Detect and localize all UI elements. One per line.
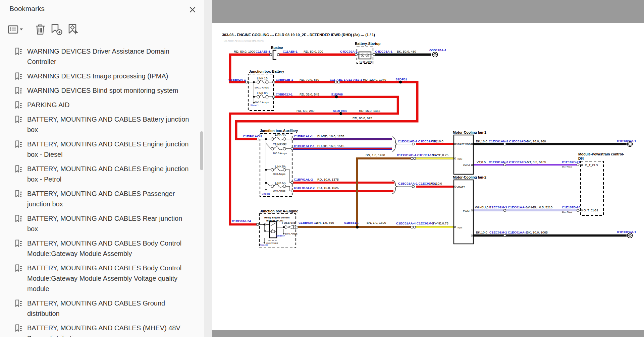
- bookmark-options-button[interactable]: [5, 23, 25, 36]
- diagram-label: 500.0 Amps: [255, 86, 269, 89]
- diagram-label: VT,0.5: [477, 160, 486, 164]
- pin-symbol: [471, 143, 473, 145]
- bookmark-item[interactable]: BATTERY, MOUNTING AND CABLES (MHEV) 48V …: [0, 321, 204, 337]
- close-panel-button[interactable]: [188, 5, 197, 15]
- connector-symbol: [291, 182, 293, 184]
- diagram-label: RD, 10.0, 1625: [317, 186, 339, 190]
- diagram-label: RD,16.0: [432, 139, 443, 143]
- diagram-label: Silver Plated: [562, 166, 572, 168]
- pin-symbol: [264, 230, 266, 232]
- diagram-label: IGN: [458, 226, 462, 229]
- diagram-label: C4DC02A-1: [340, 50, 358, 53]
- bookmark-item-label: WARNING DEVICES Image processing (IPMA): [27, 71, 192, 81]
- diagram-label: FUSE 6AE: [282, 221, 296, 224]
- connector-symbol: [504, 209, 506, 212]
- diagram-label: LINK 5A: [275, 181, 286, 185]
- pin-symbol: [454, 143, 456, 145]
- diagram-label: RD,10.0: [430, 182, 442, 185]
- connector-symbol: [504, 164, 506, 166]
- diagram-label: 80.0 Amps: [273, 189, 285, 192]
- bookmark-item[interactable]: BATTERY, MOUNTING AND CABLES Body Contro…: [0, 261, 204, 296]
- wire: [396, 144, 412, 187]
- bookmark-item-label: BATTERY, MOUNTING AND CABLES Passenger j…: [27, 189, 192, 209]
- diagram-label: G1D132AA-1: [617, 230, 636, 234]
- close-icon: [189, 6, 196, 13]
- connector-symbol: [504, 143, 506, 145]
- diagram-label: Motor-Cooling fan-2: [453, 175, 486, 179]
- diagram-label: C4DC03A-1: [375, 50, 392, 53]
- wiring-diagram: RD, 50.0, 1000C11AE5-1BusbarC11AE6-1RD, …: [212, 23, 644, 330]
- diagram-label: C1BF01AL2-2: [294, 186, 315, 190]
- pin-symbol: [471, 235, 473, 237]
- diagram-label: C1BB03A-24: [232, 219, 251, 223]
- diagram-label: IGN: [458, 157, 462, 160]
- pin-symbol: [454, 186, 456, 188]
- pdf-viewer: Bookmarks: [0, 0, 644, 337]
- diagram-label: C1EC01AN-3 C1EC01AB-3: [489, 160, 529, 164]
- connector-symbol: [273, 81, 275, 83]
- diagram-label: Sheet?: [260, 244, 268, 247]
- document-bottom-band: [212, 330, 644, 337]
- diagram-label: Silver Plated: [562, 211, 572, 213]
- bookmark-item-label: BATTERY, MOUNTING AND CABLES Engine junc…: [27, 164, 192, 185]
- ground-symbol: [630, 144, 631, 145]
- panel-scrollbar-thumb[interactable]: [200, 131, 203, 170]
- diagram-label: BN, 1.0, 1600: [367, 221, 386, 224]
- wire: [415, 158, 454, 227]
- diagram-label: RD, 16.0, 1455: [359, 109, 380, 113]
- bookmarks-panel: Bookmarks: [0, 0, 204, 337]
- diagram-label: BU-RD, 16.0, 1265: [317, 134, 344, 138]
- document-area: RD, 50.0, 1000C11AE5-1BusbarC11AE6-1RD, …: [212, 0, 644, 337]
- toolbar-separator: [29, 24, 29, 35]
- panel-divider-strip[interactable]: [204, 0, 212, 337]
- diagram-label: C1EC01AN-2 C1EC01AB-2: [489, 139, 529, 143]
- bookmark-item[interactable]: BATTERY, MOUNTING AND CABLES Battery jun…: [0, 112, 204, 137]
- bookmark-item[interactable]: WARNING DEVICES Blind spot monitoring sy…: [0, 83, 204, 98]
- diagram-label: VT, 0.5, 5105: [527, 160, 546, 164]
- bookmark-add-icon: [50, 23, 63, 36]
- fuse-symbol: [274, 184, 283, 187]
- bookmarks-list: WARNING DEVICES Driver Assistance Domain…: [0, 44, 204, 337]
- diagram-label: 15.0 Amps: [285, 232, 298, 235]
- bookmark-item[interactable]: WARNING DEVICES Driver Assistance Domain…: [0, 44, 204, 69]
- diagram-label: RD, 80.0, 625: [353, 116, 372, 120]
- add-bookmark-button[interactable]: [48, 23, 65, 36]
- bookmark-page-icon: [15, 116, 23, 124]
- bookmark-item[interactable]: BATTERY, MOUNTING AND CABLES Engine junc…: [0, 137, 204, 162]
- bookmark-item[interactable]: BATTERY, MOUNTING AND CABLES Engine junc…: [0, 162, 204, 187]
- connector-symbol: [414, 157, 416, 160]
- connector-symbol: [257, 223, 259, 226]
- bookmark-target-button[interactable]: [65, 23, 84, 36]
- list-options-icon: [7, 24, 23, 35]
- bookmark-item[interactable]: PARKING AID: [0, 98, 204, 112]
- diagram-label: S1DF08B: [333, 109, 347, 113]
- diagram-label: PWM: [463, 164, 470, 167]
- connector-symbol: [355, 54, 358, 56]
- diagram-label: LINK 8B: [257, 91, 268, 95]
- bookmark-item[interactable]: BATTERY, MOUNTING AND CABLES Ground dist…: [0, 296, 204, 321]
- diagram-label: Busbar: [271, 46, 283, 50]
- bookmark-item[interactable]: BATTERY, MOUNTING AND CABLES Passenger j…: [0, 187, 204, 211]
- diagram-label: RD, 120.0, 1049: [363, 78, 386, 81]
- diagram-label: Motor-Cooling fan-1: [453, 130, 486, 134]
- trash-icon: [35, 23, 46, 36]
- bookmark-item[interactable]: BATTERY, MOUNTING AND CABLES Rear juncti…: [0, 211, 204, 236]
- diagram-label: LINK 5A: [275, 165, 286, 168]
- bookmark-item[interactable]: BATTERY, MOUNTING AND CABLES Body Contro…: [0, 236, 204, 261]
- diagram-label: PWM: [463, 210, 470, 213]
- chevron-down-icon: [20, 28, 23, 30]
- diagram-label: Junction box A-Engine: [260, 209, 298, 213]
- diagram-label: GY-YE,0.75: [432, 221, 448, 225]
- diagram-label: C3BB02B-1: [276, 78, 293, 81]
- diagram-label: S1DF01: [395, 77, 408, 81]
- diagram-label: DI4: [578, 156, 584, 160]
- delete-bookmark-button[interactable]: [33, 23, 48, 36]
- bookmark-item[interactable]: WARNING DEVICES Image processing (IPMA): [0, 69, 204, 83]
- pin-symbol: [471, 210, 473, 211]
- diagram-label: Junction box-Battery: [249, 69, 284, 73]
- connector-symbol: [291, 190, 293, 192]
- fuse-symbol: [260, 95, 266, 98]
- pin-symbol: [581, 164, 583, 166]
- diagram-label: RD, 10.0, 1375: [317, 178, 339, 181]
- bookmark-item-label: WARNING DEVICES Driver Assistance Domain…: [27, 46, 192, 67]
